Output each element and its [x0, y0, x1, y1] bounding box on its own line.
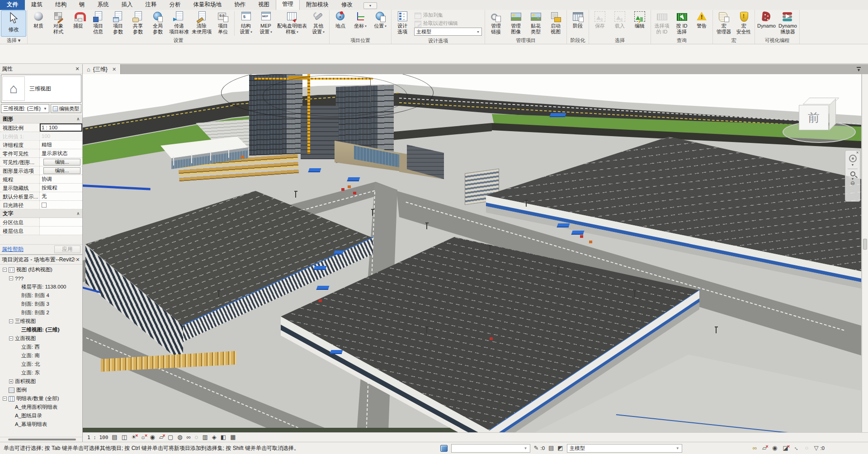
tree-item-三维视图: {三维}[interactable]: 三维视图: {三维} — [0, 326, 82, 334]
ribbon-button-材质[interactable]: 材质 — [28, 10, 48, 37]
tree-item-立面: 东[interactable]: 立面: 东 — [0, 369, 82, 377]
worksets-icon[interactable] — [440, 445, 448, 452]
ribbon-button-位置[interactable]: 位置 ▾ — [370, 10, 390, 37]
type-combobox[interactable]: 三维视图: {三维} ▼ — [1, 104, 49, 113]
render-icon[interactable]: ◉ — [150, 434, 155, 440]
tree-item-A_图纸目录[interactable]: A_图纸目录 — [0, 411, 82, 420]
tree-item-A_幕墙明细表[interactable]: A_幕墙明细表 — [0, 420, 82, 429]
analytical-model-icon[interactable]: ◈ — [212, 434, 217, 440]
collapse-icon[interactable]: − — [3, 268, 7, 272]
drag-elements-on-selection-icon[interactable]: ↔ — [793, 444, 801, 452]
property-section-文字[interactable]: 文字∧ — [0, 209, 82, 218]
edit-button[interactable]: 编辑... — [43, 159, 80, 166]
ribbon-tab-管理[interactable]: 管理 — [276, 0, 300, 10]
property-value[interactable]: 按规程 — [40, 184, 82, 192]
select-elements-by-face-icon[interactable]: ◪ — [783, 445, 788, 451]
collapse-icon[interactable]: ⊖ — [850, 181, 855, 185]
ribbon-tab-系统[interactable]: 系统 — [91, 0, 115, 10]
property-section-图形[interactable]: 图形∧ — [0, 115, 82, 123]
close-icon[interactable]: ✕ — [856, 151, 859, 155]
apply-button[interactable]: 应用 — [54, 246, 80, 253]
displacement-sets-icon[interactable]: ◧ — [221, 434, 226, 440]
ribbon-button-其他设置[interactable]: 其他设置 ▾ — [308, 10, 328, 37]
active-design-option-combobox[interactable]: 主模型 ▼ — [567, 444, 682, 453]
scrollbar-thumb[interactable] — [8, 439, 76, 440]
ribbon-button-项目信息[interactable]: 项目信息 — [88, 10, 108, 37]
close-icon[interactable]: ✕ — [112, 66, 116, 72]
ribbon-tab-附加模块[interactable]: 附加模块 — [300, 0, 335, 10]
ribbon-button-宏管理器[interactable]: 宏管理器 — [714, 10, 734, 37]
collapse-icon[interactable]: − — [9, 319, 13, 323]
chevron-down-icon[interactable]: ▼ — [851, 163, 854, 166]
filter-icon[interactable]: ▽ — [814, 445, 818, 451]
design-options-icon[interactable]: ▤ — [548, 445, 554, 451]
ribbon-button-选择项的 ID[interactable]: 选择项的 ID — [652, 10, 672, 37]
temporary-view-properties-icon[interactable]: ▥ — [203, 434, 208, 440]
scrollbar-thumb[interactable] — [863, 239, 867, 250]
tree-item-立面: 北[interactable]: 立面: 北 — [0, 360, 82, 369]
property-value[interactable]: 编辑... — [40, 158, 82, 166]
ribbon-button-坐标[interactable]: 坐标 ▾ — [350, 10, 370, 37]
property-value[interactable]: 无 — [40, 192, 82, 200]
close-icon[interactable]: ✕ — [75, 257, 80, 263]
select-links-icon[interactable]: ∞ — [753, 445, 757, 451]
collapse-icon[interactable]: − — [9, 276, 13, 280]
navigation-bar[interactable]: ✕ ▼ ▼ ⊖ — [845, 150, 860, 202]
ribbon-button-Dynamo播放器[interactable]: Dynamo播放器 — [777, 10, 798, 37]
view-cube[interactable]: 前 — [783, 94, 862, 149]
ribbon-button-修改[interactable]: 修改 — [1, 10, 26, 37]
ribbon-button-管理图像[interactable]: 管理图像 — [506, 10, 526, 37]
collapse-icon[interactable]: − — [3, 397, 7, 401]
edit-type-button[interactable]: 编辑类型 — [51, 104, 81, 113]
type-selector[interactable]: ⌂ 三维视图 — [1, 75, 81, 103]
tree-item-面积视图[interactable]: +面积视图 — [0, 377, 82, 386]
reveal-constraints-icon[interactable]: ▦ — [230, 434, 236, 440]
temporary-hide-isolate-icon[interactable]: ∞ — [187, 434, 191, 440]
ribbon-button-警告[interactable]: 警告 — [692, 10, 712, 37]
ribbon-button-捕捉[interactable]: 捕捉 — [68, 10, 88, 37]
view-tab-overflow-icon[interactable]: ▼ — [857, 67, 861, 72]
ribbon-tab-协作[interactable]: 协作 — [228, 0, 252, 10]
tree-item-视图 (结构视图)[interactable]: −视图 (结构视图) — [0, 265, 82, 274]
edit-button[interactable]: 编辑... — [43, 167, 80, 174]
ribbon-button-项目单位[interactable]: 项目单位 — [213, 10, 233, 37]
workset-combobox[interactable]: ▼ — [451, 444, 530, 453]
ribbon-tab-修改[interactable]: 修改 — [335, 0, 359, 10]
select-pinned-elements-icon[interactable]: ◉ — [772, 445, 777, 451]
ribbon-button-项目参数[interactable]: 项目参数 — [108, 10, 128, 37]
property-value[interactable] — [40, 218, 82, 226]
tree-item-楼层平面: 1138.000[interactable]: 楼层平面: 1138.000 — [0, 283, 82, 291]
property-value[interactable]: 1 : 100 — [40, 123, 82, 132]
ribbon-button-清除未使用项[interactable]: 清除未使用项 — [190, 10, 213, 37]
ribbon-tab-分析[interactable]: 分析 — [163, 0, 187, 10]
ribbon-tab-注释[interactable]: 注释 — [139, 0, 163, 10]
ribbon-button-共享参数[interactable]: 共享参数 — [128, 10, 148, 37]
checkbox[interactable] — [42, 203, 47, 208]
property-value[interactable]: 编辑... — [40, 166, 82, 175]
view-tab-3d[interactable]: ⌂ {三维} ✕ — [83, 64, 121, 74]
reveal-hidden-icon[interactable]: ◌ — [195, 434, 198, 440]
tree-item-剖面: 剖面 3[interactable]: 剖面: 剖面 3 — [0, 300, 82, 308]
ribbon-button-编辑[interactable]: 编辑 — [630, 10, 650, 37]
ribbon-button-管理链接[interactable]: 管理链接 — [486, 10, 506, 37]
tree-item-立面: 西[interactable]: 立面: 西 — [0, 343, 82, 351]
ribbon-tab-建筑[interactable]: 建筑 — [25, 0, 49, 10]
steering-wheel-icon[interactable] — [849, 155, 857, 162]
shadows-icon[interactable]: ☼ — [141, 434, 146, 440]
tree-item-A_使用面积明细表[interactable]: A_使用面积明细表 — [0, 403, 82, 411]
ribbon-button-宏安全性[interactable]: 宏安全性 — [734, 10, 754, 37]
properties-help-link[interactable]: 属性帮助 — [2, 246, 24, 253]
horizontal-scrollbar[interactable] — [0, 437, 82, 442]
zoom-icon[interactable] — [850, 171, 855, 176]
ribbon-button-MEP设置[interactable]: MEP设置 ▾ — [256, 10, 276, 37]
ribbon-button-拾取以进行编辑[interactable]: 拾取以进行编辑 — [414, 19, 482, 27]
unlocked-3d-icon[interactable]: ◍ — [177, 434, 182, 440]
active-design-option-combobox[interactable]: 主模型▼ — [414, 28, 482, 36]
ribbon-tab-结构[interactable]: 结构 — [49, 0, 73, 10]
ribbon-button-结构设置[interactable]: 结构设置 ▾ — [236, 10, 256, 37]
property-value[interactable] — [40, 227, 82, 235]
tree-item-立面: 南[interactable]: 立面: 南 — [0, 351, 82, 360]
visual-style-icon[interactable]: ◫ — [122, 434, 127, 440]
tree-item-三维视图[interactable]: −三维视图 — [0, 317, 82, 326]
close-icon[interactable]: ✕ — [74, 66, 80, 72]
